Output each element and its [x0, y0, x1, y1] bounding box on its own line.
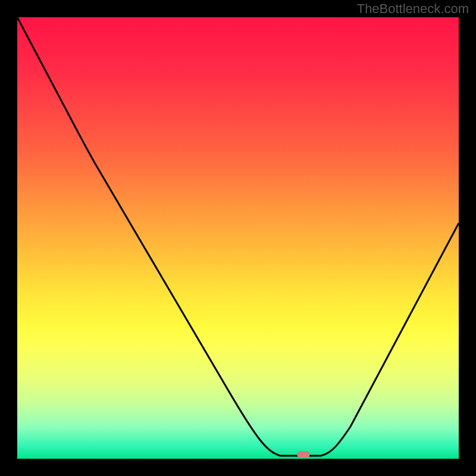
watermark-text: TheBottleneck.com: [357, 1, 469, 17]
gradient-plot-area: [17, 17, 459, 459]
curve-path: [17, 17, 459, 456]
current-position-marker: [297, 451, 310, 458]
chart-container: TheBottleneck.com: [0, 0, 476, 476]
bottleneck-curve: [17, 17, 459, 459]
